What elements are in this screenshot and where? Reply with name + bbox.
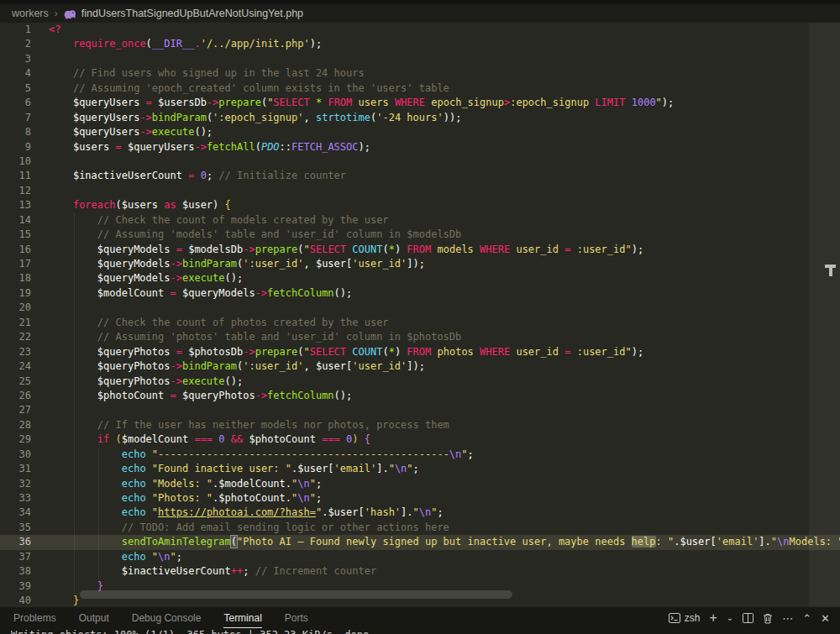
kill-terminal-trash-button[interactable]	[763, 613, 773, 624]
tab-ports[interactable]: Ports	[285, 608, 308, 629]
tab-problems[interactable]: Problems	[13, 608, 56, 629]
line-number[interactable]: 11	[0, 169, 49, 183]
line-number[interactable]: 33	[0, 491, 49, 506]
line-number[interactable]: 37	[0, 550, 49, 564]
split-terminal-button[interactable]	[743, 613, 753, 623]
code-line[interactable]: 35 // TODO: Add email sending logic or o…	[0, 521, 840, 535]
line-content: // Assuming 'models' table and 'user_id'…	[49, 228, 461, 242]
code-line[interactable]: 32 echo "Models: ".$modelCount."\n";	[0, 477, 840, 491]
line-number[interactable]: 25	[0, 375, 49, 389]
code-line[interactable]: 31 echo "Found inactive user: ".$user['e…	[0, 462, 840, 476]
code-line[interactable]: 16 $queryModels = $modelsDb->prepare("SE…	[0, 243, 840, 257]
line-number[interactable]: 19	[0, 286, 49, 301]
line-number[interactable]: 7	[0, 111, 49, 125]
code-line[interactable]: 33 echo "Photos: ".$photoCount."\n";	[0, 491, 840, 506]
terminal-shell-item[interactable]: zsh	[669, 612, 701, 624]
line-number[interactable]: 35	[0, 521, 49, 535]
code-line[interactable]: 19 $modelCount = $queryModels->fetchColu…	[0, 286, 840, 301]
line-number[interactable]: 21	[0, 316, 49, 330]
code-line[interactable]: 1<?	[0, 23, 840, 37]
code-line[interactable]: 6 $queryUsers = $usersDb->prepare("SELEC…	[0, 96, 840, 110]
code-line[interactable]: 18 $queryModels->execute();	[0, 271, 840, 286]
line-number[interactable]: 8	[0, 125, 49, 139]
code-line[interactable]: 15 // Assuming 'models' table and 'user_…	[0, 228, 840, 242]
line-number[interactable]: 30	[0, 448, 49, 462]
code-line[interactable]: 14 // Check the count of models created …	[0, 213, 840, 228]
code-line[interactable]: 28 // If the user has neither models nor…	[0, 418, 840, 432]
line-number[interactable]: 39	[0, 579, 49, 594]
code-line[interactable]: 12	[0, 184, 840, 198]
code-line[interactable]: 11 $inactiveUserCount = 0; // Initialize…	[0, 169, 840, 183]
vertical-scrollbar[interactable]	[809, 23, 840, 606]
line-number[interactable]: 3	[0, 52, 49, 66]
line-number[interactable]: 14	[0, 213, 49, 228]
line-number[interactable]: 9	[0, 140, 49, 155]
line-number[interactable]: 29	[0, 432, 49, 447]
line-number[interactable]: 15	[0, 228, 49, 242]
code-line[interactable]: 2 require_once(__DIR__.'/../app/init.php…	[0, 37, 840, 51]
line-number[interactable]: 4	[0, 66, 49, 81]
code-line[interactable]: 9 $users = $queryUsers->fetchAll(PDO::FE…	[0, 140, 840, 155]
line-number[interactable]: 23	[0, 345, 49, 359]
terminal-dropdown-chevron-icon[interactable]: ⌄	[727, 614, 733, 622]
code-line[interactable]: 36 sendToAminTelegram("Photo AI — Found …	[0, 535, 840, 549]
line-number[interactable]: 26	[0, 389, 49, 403]
line-number[interactable]: 20	[0, 301, 49, 315]
code-line[interactable]: 25 $queryPhotos->execute();	[0, 375, 840, 389]
code-line[interactable]: 10	[0, 155, 840, 169]
code-line[interactable]: 4 // Find users who signed up in the las…	[0, 66, 840, 81]
line-number[interactable]: 22	[0, 330, 49, 344]
line-number[interactable]: 40	[0, 594, 49, 606]
tab-terminal[interactable]: Terminal	[223, 608, 261, 629]
breadcrumb-folder[interactable]: workers	[12, 8, 49, 19]
code-line[interactable]: 23 $queryPhotos = $photosDb->prepare("SE…	[0, 345, 840, 359]
line-number[interactable]: 32	[0, 477, 49, 491]
line-content: <?	[49, 23, 60, 37]
code-line[interactable]: 3	[0, 52, 840, 66]
line-number[interactable]: 36	[0, 535, 49, 549]
line-number[interactable]: 34	[0, 506, 49, 520]
line-number[interactable]: 12	[0, 184, 49, 198]
code-line[interactable]: 21 // Check the count of photos created …	[0, 316, 840, 330]
code-line[interactable]: 7 $queryUsers->bindParam(':epoch_signup'…	[0, 111, 840, 125]
maximize-panel-button[interactable]: ⌃	[802, 613, 811, 624]
breadcrumb-filename[interactable]: findUsersThatSignedUpButAreNotUsingYet.p…	[81, 8, 303, 19]
line-number[interactable]: 2	[0, 37, 49, 51]
indent-guide	[98, 448, 99, 579]
line-number[interactable]: 27	[0, 403, 49, 417]
line-number[interactable]: 1	[0, 23, 49, 37]
code-line[interactable]: 17 $queryModels->bindParam(':user_id', $…	[0, 257, 840, 271]
code-line[interactable]: 13 foreach($users as $user) {	[0, 198, 840, 212]
code-line[interactable]: 24 $queryPhotos->bindParam(':user_id', $…	[0, 359, 840, 374]
close-panel-button[interactable]: ✕	[821, 613, 830, 624]
code-line[interactable]: 22 // Assuming 'photos' table and 'user_…	[0, 330, 840, 344]
code-line[interactable]: 26 $photoCount = $queryPhotos->fetchColu…	[0, 389, 840, 403]
code-line[interactable]: 38 $inactiveUserCount++; // Increment co…	[0, 564, 840, 579]
code-line[interactable]: 29 if ($modelCount === 0 && $photoCount …	[0, 432, 840, 447]
line-number[interactable]: 31	[0, 462, 49, 476]
tab-debug-console[interactable]: Debug Console	[132, 608, 202, 629]
line-number[interactable]: 18	[0, 271, 49, 286]
line-number[interactable]: 38	[0, 564, 49, 579]
line-number[interactable]: 28	[0, 418, 49, 432]
code-line[interactable]: 34 echo "https://photoai.com/?hash=".$us…	[0, 506, 840, 520]
code-line[interactable]: 27	[0, 403, 840, 417]
code-line[interactable]: 5 // Assuming 'epoch_created' column exi…	[0, 81, 840, 96]
code-line[interactable]: 8 $queryUsers->execute();	[0, 125, 840, 139]
more-actions-button[interactable]: ⋯	[782, 613, 793, 624]
code-line[interactable]: 20	[0, 301, 840, 315]
line-number[interactable]: 17	[0, 257, 49, 271]
line-number[interactable]: 13	[0, 198, 49, 212]
horizontal-scrollbar[interactable]	[80, 590, 512, 599]
tab-output[interactable]: Output	[79, 608, 109, 629]
code-editor[interactable]: 1<?2 require_once(__DIR__.'/../app/init.…	[0, 23, 840, 606]
new-terminal-button[interactable]: +	[709, 611, 717, 625]
line-number[interactable]: 6	[0, 96, 49, 110]
terminal-output-line[interactable]: Writing objects: 100% (1/1), 365 bytes |…	[11, 629, 834, 634]
line-number[interactable]: 10	[0, 155, 49, 169]
line-number[interactable]: 16	[0, 243, 49, 257]
code-line[interactable]: 37 echo "\n";	[0, 550, 840, 564]
line-number[interactable]: 24	[0, 359, 49, 374]
line-number[interactable]: 5	[0, 81, 49, 96]
code-line[interactable]: 30 echo "-------------------------------…	[0, 448, 840, 462]
